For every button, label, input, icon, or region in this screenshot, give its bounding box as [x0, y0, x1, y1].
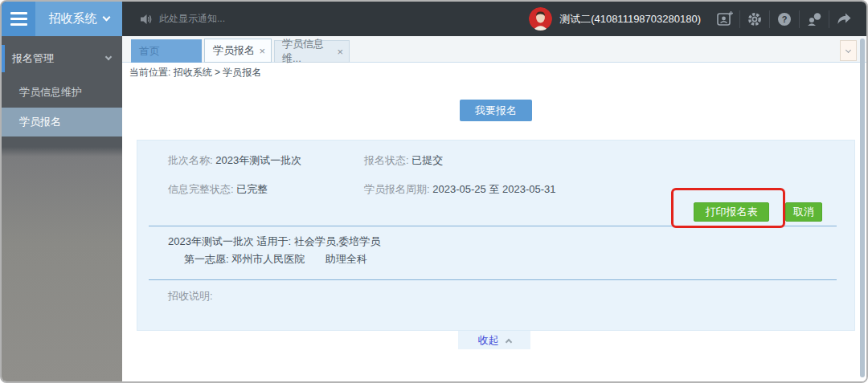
field-label: 信息完整状态:	[168, 183, 234, 195]
sidebar: 报名管理 学员信息维护 学员报名	[2, 36, 122, 381]
first-choice-hospital: 第一志愿: 邓州市人民医院	[184, 253, 305, 265]
avatar[interactable]	[529, 7, 552, 31]
field-value: 已提交	[411, 154, 443, 166]
field-batch-name: 批次名称: 2023年测试一批次	[168, 153, 301, 168]
help-icon[interactable]: ?	[770, 2, 799, 36]
app-title: 招收系统	[49, 11, 97, 26]
batch-applicable-line: 2023年测试一批次 适用于: 社会学员,委培学员	[168, 234, 380, 249]
chevron-down-icon	[102, 14, 110, 22]
print-form-button[interactable]: 打印报名表	[694, 202, 769, 222]
active-accent-bar	[2, 45, 5, 72]
id-card-add-icon[interactable]	[710, 2, 739, 36]
divider	[149, 279, 837, 280]
field-label: 批次名称:	[168, 154, 213, 166]
field-signup-status: 报名状态: 已提交	[364, 153, 443, 168]
breadcrumb: 当前位置: 招收系统 > 学员报名	[122, 63, 866, 81]
settings-gear-icon[interactable]	[740, 2, 769, 36]
collapse-toggle[interactable]: 收起	[458, 331, 530, 349]
top-bar: 招收系统 此处显示通知... 测试二(410811198703280180)	[2, 2, 866, 36]
chevron-down-icon	[105, 54, 112, 60]
cancel-button[interactable]: 取消	[785, 202, 822, 222]
collapse-label: 收起	[478, 333, 499, 348]
close-icon[interactable]: ×	[259, 45, 265, 57]
svg-text:?: ?	[782, 14, 788, 24]
tab-student-info[interactable]: 学员信息维... ×	[274, 40, 350, 63]
sidebar-item-student-signup[interactable]: 学员报名	[2, 108, 122, 136]
tab-home[interactable]: 首页	[131, 39, 202, 63]
scrollbar[interactable]	[860, 39, 865, 377]
username[interactable]: 测试二(410811198703280180)	[559, 12, 701, 26]
tab-list-dropdown[interactable]	[840, 40, 857, 61]
field-label: 学员报名周期:	[364, 183, 430, 195]
notice-bar: 此处显示通知...	[140, 2, 225, 36]
apply-signup-button[interactable]: 我要报名	[460, 100, 532, 121]
field-signup-period: 学员报名周期: 2023-05-25 至 2023-05-31	[364, 182, 555, 197]
first-choice-line: 第一志愿: 邓州市人民医院 助理全科	[184, 252, 367, 267]
chevron-down-icon	[845, 47, 851, 52]
divider	[149, 226, 837, 226]
signup-info-panel: 批次名称: 2023年测试一批次 报名状态: 已提交 信息完整状态: 已完整 学…	[137, 140, 855, 331]
app-window: 招收系统 此处显示通知... 测试二(410811198703280180)	[0, 0, 868, 383]
menu-hamburger-icon[interactable]	[2, 2, 35, 36]
tab-label: 学员报名	[213, 43, 255, 58]
tab-bar: 首页 学员报名 × 学员信息维... ×	[122, 36, 866, 63]
field-value: 2023年测试一批次	[215, 154, 301, 166]
field-value: 2023-05-25 至 2023-05-31	[432, 183, 555, 195]
app-title-dropdown[interactable]: 招收系统	[35, 2, 122, 36]
forward-arrow-icon[interactable]	[829, 2, 858, 36]
first-choice-specialty: 助理全科	[326, 253, 367, 265]
sidebar-group-signup-management[interactable]: 报名管理	[2, 45, 122, 72]
tab-label: 学员信息维...	[282, 37, 337, 66]
tab-student-signup[interactable]: 学员报名 ×	[204, 39, 272, 63]
close-icon[interactable]: ×	[337, 46, 343, 58]
feedback-person-icon[interactable]	[800, 2, 829, 36]
main-area: 首页 学员报名 × 学员信息维... × 当前位置: 招收系统 > 学员报名 我…	[122, 36, 866, 381]
sidebar-item-student-info[interactable]: 学员信息维护	[2, 80, 122, 104]
sidebar-group-label: 报名管理	[12, 51, 54, 66]
content-area: 我要报名 批次名称: 2023年测试一批次 报名状态: 已提交 信息完整状态: …	[122, 81, 866, 381]
field-info-complete: 信息完整状态: 已完整	[168, 182, 268, 197]
field-label: 报名状态:	[364, 154, 409, 166]
chevron-up-icon	[505, 338, 511, 344]
notice-text: 此处显示通知...	[159, 12, 225, 26]
recruit-description: 招收说明:	[168, 289, 213, 304]
speaker-icon	[140, 13, 153, 26]
field-value: 已完整	[236, 183, 268, 195]
user-cluster: 测试二(410811198703280180)	[529, 2, 858, 36]
